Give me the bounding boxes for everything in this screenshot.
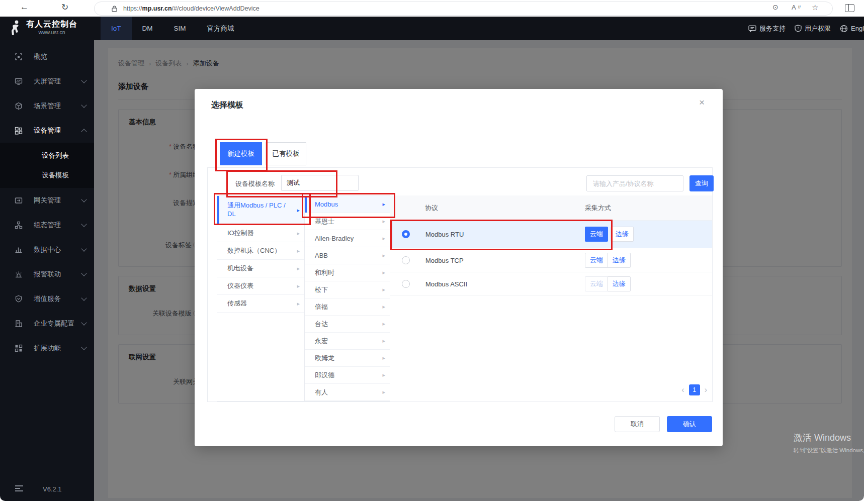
search-input[interactable] <box>586 175 683 191</box>
brand-item-usr[interactable]: 有人▸ <box>305 384 390 401</box>
template-name-input[interactable] <box>281 175 359 191</box>
nav-tab-dm[interactable]: DM <box>132 17 163 40</box>
browser-refresh-icon[interactable]: ↻ <box>61 2 68 13</box>
brand-item-fatek[interactable]: 永宏▸ <box>305 333 390 350</box>
sidebar-item-device-template[interactable]: 设备模板 <box>0 165 94 185</box>
cloud-mode-button[interactable]: 云端 <box>585 253 608 268</box>
chevron-down-icon <box>81 344 87 350</box>
sidebar-item-device-list[interactable]: 设备列表 <box>0 146 94 165</box>
category-item-sensor[interactable]: 传感器 ▸ <box>217 295 304 313</box>
cube-icon <box>14 102 23 111</box>
site-lock-icon[interactable] <box>112 6 117 12</box>
location-icon[interactable]: ⊙ <box>772 3 779 11</box>
brand-item-abb[interactable]: ABB▸ <box>305 247 390 264</box>
page-number[interactable]: 1 <box>689 384 700 395</box>
edge-mode-button[interactable]: 边缘 <box>608 276 631 291</box>
usr-person-icon <box>9 19 22 36</box>
brand-item-modbus[interactable]: Modbus▸ <box>305 196 390 213</box>
chevron-down-icon <box>81 270 87 276</box>
nav-tab-mall[interactable]: 官方商城 <box>197 17 245 40</box>
shield-heart-icon <box>14 294 23 304</box>
protocol-row-modbus-tcp[interactable]: Modbus TCP 云端 边缘 <box>390 248 712 272</box>
brand-item-delta[interactable]: 台达▸ <box>305 316 390 333</box>
brand-item-allen-bradley[interactable]: Allen-Bradley▸ <box>305 230 390 247</box>
building-icon <box>14 319 23 328</box>
column-protocol: 协议 <box>425 204 438 213</box>
tab-new-template[interactable]: 新建模板 <box>220 142 262 165</box>
sidebar-item-overview[interactable]: 概览 <box>0 44 94 69</box>
overview-icon <box>14 52 23 61</box>
category-item-instrument[interactable]: 仪器仪表 ▸ <box>217 277 304 295</box>
tab-existing-template[interactable]: 已有模板 <box>266 142 306 165</box>
sidebar-item-enterprise[interactable]: 企业专属配置 <box>0 311 94 336</box>
nav-tab-sim[interactable]: SIM <box>163 17 197 40</box>
brand-item-panasonic[interactable]: 松下▸ <box>305 281 390 298</box>
browser-toolbar: ← ↻ https://mp.usr.cn/#/cloud/device/Vie… <box>0 0 864 17</box>
brand-item-keyence[interactable]: 基恩士▸ <box>305 213 390 230</box>
protocol-row-modbus-rtu[interactable]: Modbus RTU 云端 边缘 <box>390 221 712 248</box>
arrow-right-icon: ▸ <box>382 269 385 276</box>
brand-logo[interactable]: 有人云控制台 www.usr.cn <box>9 19 77 36</box>
support-link[interactable]: 服务支持 <box>748 24 786 33</box>
address-bar[interactable]: https://mp.usr.cn/#/cloud/device/ViewAdd… <box>94 2 833 16</box>
brand-item-beckhoff[interactable]: 倍福▸ <box>305 298 390 316</box>
page-next-icon[interactable]: › <box>705 386 707 394</box>
language-link[interactable]: English <box>840 25 864 33</box>
brand-item-hollysys[interactable]: 和利时▸ <box>305 264 390 281</box>
close-icon[interactable]: × <box>699 97 705 108</box>
dialog-title: 选择模板 <box>211 100 243 111</box>
sidebar-item-scene[interactable]: 场景管理 <box>0 93 94 118</box>
column-collect-mode: 采集方式 <box>585 204 611 213</box>
sidebar-item-gateway[interactable]: 网关管理 <box>0 188 94 213</box>
sidebar-collapse-icon[interactable] <box>15 485 23 492</box>
cloud-mode-button[interactable]: 云端 <box>585 227 608 242</box>
category-item-general-modbus[interactable]: 通用Modbus / PLC / DL ▸ <box>217 196 304 225</box>
permission-link[interactable]: 用户权限 <box>795 24 831 33</box>
search-button[interactable]: 查询 <box>689 175 714 191</box>
brand-item-omron[interactable]: 欧姆龙▸ <box>305 350 390 367</box>
category-item-cnc[interactable]: 数控机床（CNC） ▸ <box>217 242 304 260</box>
sidebar-item-datacenter[interactable]: 数据中心 <box>0 237 94 262</box>
protocol-row-modbus-ascii[interactable]: Modbus ASCII 云端 边缘 <box>390 272 712 296</box>
category-item-io-controller[interactable]: IO控制器 ▸ <box>217 225 304 242</box>
arrow-right-icon: ▸ <box>297 265 300 272</box>
bar-chart-icon <box>14 245 23 254</box>
brand-title: 有人云控制台 <box>26 19 77 29</box>
brand-item-langhande[interactable]: 郎汉德▸ <box>305 367 390 384</box>
header-right-links: 服务支持 用户权限 English <box>748 17 864 40</box>
chevron-down-icon <box>81 221 87 227</box>
edge-mode-button[interactable]: 边缘 <box>608 253 631 268</box>
radio-unselected-icon[interactable] <box>402 256 410 264</box>
sidebar-item-valueadded[interactable]: 增值服务 <box>0 286 94 311</box>
select-template-dialog: 选择模板 × 新建模板 已有模板 设备模板名称 查询 通用Modbus / PL… <box>195 89 723 446</box>
brand-subtitle: www.usr.cn <box>26 29 77 35</box>
read-aloud-icon[interactable]: A〃 <box>792 3 803 12</box>
browser-back-icon[interactable]: ← <box>20 2 29 12</box>
sidebar-item-alarm[interactable]: 报警联动 <box>0 262 94 286</box>
chevron-down-icon <box>81 102 87 108</box>
sidebar-item-bigscreen[interactable]: 大屏管理 <box>0 69 94 93</box>
chevron-down-icon <box>81 77 87 83</box>
url-text: https://mp.usr.cn/#/cloud/device/ViewAdd… <box>123 5 260 12</box>
sidebar-item-extensions[interactable]: 扩展功能 <box>0 336 94 360</box>
confirm-button[interactable]: 确认 <box>667 416 712 432</box>
arrow-right-icon: ▸ <box>382 338 385 344</box>
sidebar-item-device[interactable]: 设备管理 <box>0 118 94 143</box>
arrow-right-icon: ▸ <box>382 235 385 242</box>
radio-selected-icon[interactable] <box>402 230 410 238</box>
favorite-star-icon[interactable]: ☆ <box>812 3 818 12</box>
nav-tab-iot[interactable]: IoT <box>101 17 132 40</box>
chevron-up-icon <box>81 129 87 134</box>
sidebar-item-config[interactable]: 组态管理 <box>0 213 94 237</box>
shield-icon <box>795 25 802 32</box>
page-prev-icon[interactable]: ‹ <box>681 386 684 394</box>
arrow-right-icon: ▸ <box>297 300 300 307</box>
split-screen-icon[interactable] <box>845 4 854 12</box>
protocol-table: 协议 采集方式 Modbus RTU 云端 边缘 Modbus TCP 云端 <box>390 195 712 401</box>
cancel-button[interactable]: 取消 <box>615 416 660 432</box>
radio-unselected-icon[interactable] <box>402 280 410 288</box>
category-item-electromechanical[interactable]: 机电设备 ▸ <box>217 260 304 277</box>
screen-icon <box>14 77 23 86</box>
template-panel: 设备模板名称 查询 通用Modbus / PLC / DL ▸ IO控制器 ▸ … <box>207 167 713 402</box>
edge-mode-button[interactable]: 边缘 <box>611 227 634 242</box>
